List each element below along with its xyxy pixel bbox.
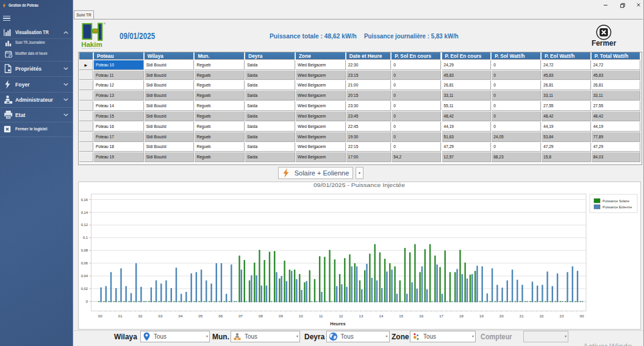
svg-text:17: 17 [439,314,443,318]
svg-text:Puissance Eolienne: Puissance Eolienne [603,205,632,209]
svg-text:05: 05 [198,314,202,318]
svg-text:19: 19 [479,314,484,318]
svg-text:18: 18 [459,314,463,318]
svg-text:0,14: 0,14 [81,211,88,214]
svg-text:Puissance Solaire: Puissance Solaire [603,199,629,203]
svg-text:21: 21 [520,314,524,318]
svg-text:14: 14 [379,314,383,318]
svg-text:0,02: 0,02 [81,287,88,291]
svg-text:0,08: 0,08 [81,249,88,252]
svg-text:15: 15 [399,314,403,318]
svg-text:0: 0 [86,300,88,303]
svg-text:01: 01 [118,314,123,318]
svg-text:00: 00 [579,314,584,318]
svg-text:04: 04 [178,314,182,318]
svg-text:16: 16 [419,314,423,318]
svg-text:03: 03 [159,314,163,318]
svg-text:Heures: Heures [330,321,345,327]
svg-text:0,04: 0,04 [81,274,88,278]
svg-text:09/01/2025 - Puissance Injecté: 09/01/2025 - Puissance Injectée [313,182,405,188]
svg-text:0,06: 0,06 [81,261,88,265]
svg-text:07: 07 [238,314,243,318]
svg-text:00: 00 [98,314,102,318]
svg-text:0,16: 0,16 [81,198,88,202]
svg-text:06: 06 [218,314,223,318]
svg-text:20: 20 [499,314,504,318]
svg-text:08: 08 [259,314,263,318]
svg-text:23: 23 [560,314,564,318]
svg-text:0,1: 0,1 [83,236,88,239]
svg-text:09: 09 [279,314,283,318]
svg-text:12: 12 [339,314,343,318]
svg-text:02: 02 [138,314,143,318]
svg-text:TECHNOLOGIE: TECHNOLOGIE [82,48,101,49]
svg-text:0,12: 0,12 [81,223,88,227]
svg-text:11: 11 [319,314,323,318]
svg-text:13: 13 [359,314,363,318]
svg-text:10: 10 [299,314,303,318]
svg-text:22: 22 [540,314,544,318]
